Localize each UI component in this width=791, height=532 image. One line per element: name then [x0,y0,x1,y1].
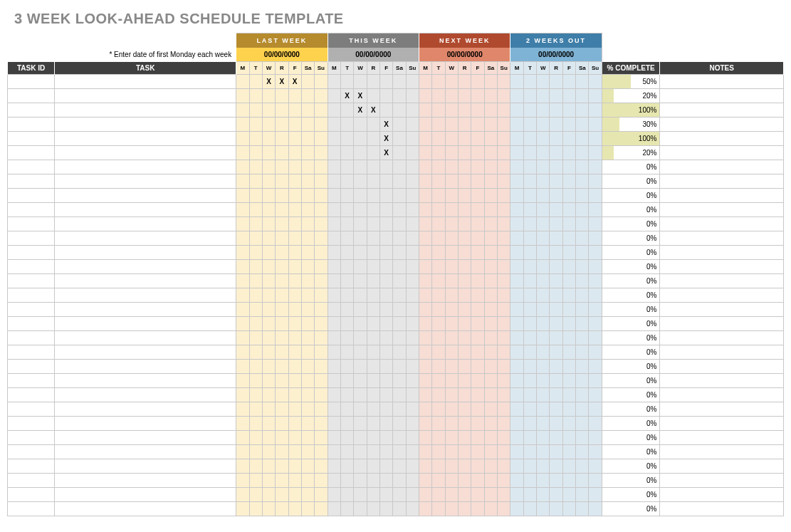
day-cell[interactable] [262,246,275,260]
day-cell[interactable] [406,345,419,360]
day-cell[interactable] [249,132,262,146]
day-cell[interactable] [379,288,392,303]
notes-cell[interactable] [660,360,784,374]
day-cell[interactable] [301,160,314,174]
notes-cell[interactable] [660,203,784,217]
day-cell[interactable] [315,260,328,274]
day-cell[interactable] [276,345,288,360]
day-cell[interactable] [445,345,458,360]
pct-complete-cell[interactable]: 0% [602,274,660,288]
day-cell[interactable] [432,231,445,246]
day-cell[interactable] [236,246,249,260]
day-cell[interactable] [498,474,510,488]
pct-complete-cell[interactable]: 0% [602,288,660,303]
day-cell[interactable] [445,488,458,502]
day-cell[interactable] [471,417,484,431]
notes-cell[interactable] [660,445,784,459]
day-cell[interactable] [367,317,379,331]
day-cell[interactable] [589,203,602,217]
day-cell[interactable] [576,402,589,417]
day-cell[interactable] [262,445,275,459]
day-cell[interactable] [576,331,589,345]
day-cell[interactable] [406,402,419,417]
day-cell[interactable] [379,189,392,203]
day-cell[interactable] [576,203,589,217]
task-name-cell[interactable] [55,345,236,360]
day-cell[interactable] [432,274,445,288]
day-cell[interactable] [550,160,562,174]
day-cell[interactable] [354,317,367,331]
day-cell[interactable] [550,217,562,231]
day-cell[interactable] [537,132,550,146]
day-cell[interactable] [576,189,589,203]
day-cell[interactable] [432,288,445,303]
pct-complete-cell[interactable]: 0% [602,231,660,246]
day-cell[interactable] [276,502,288,516]
day-cell[interactable] [537,174,550,189]
day-cell[interactable] [315,75,328,89]
day-cell[interactable] [315,402,328,417]
day-cell[interactable] [589,402,602,417]
day-cell[interactable] [315,288,328,303]
notes-cell[interactable] [660,431,784,445]
day-cell[interactable] [379,502,392,516]
day-cell[interactable] [393,474,406,488]
day-cell[interactable] [288,431,301,445]
day-cell[interactable] [406,189,419,203]
day-cell[interactable] [537,89,550,103]
day-cell[interactable] [550,274,562,288]
day-cell[interactable] [498,459,510,474]
day-cell[interactable] [432,374,445,388]
day-cell[interactable] [576,374,589,388]
day-cell[interactable] [301,502,314,516]
task-name-cell[interactable] [55,231,236,246]
task-name-cell[interactable] [55,303,236,317]
day-cell[interactable] [523,345,536,360]
day-cell[interactable] [576,260,589,274]
day-cell[interactable] [471,402,484,417]
day-cell[interactable] [589,502,602,516]
day-cell[interactable] [354,374,367,388]
day-cell[interactable] [340,274,353,288]
day-cell[interactable] [459,132,471,146]
day-cell[interactable] [484,75,497,89]
notes-cell[interactable] [660,388,784,402]
day-cell[interactable] [498,189,510,203]
day-cell[interactable] [236,417,249,431]
day-cell[interactable] [510,246,523,260]
day-cell[interactable] [262,345,275,360]
day-cell[interactable] [562,231,575,246]
day-cell[interactable] [328,160,340,174]
task-id-cell[interactable] [8,189,55,203]
day-cell[interactable] [471,345,484,360]
notes-cell[interactable] [660,103,784,118]
day-cell[interactable] [236,118,249,132]
day-cell[interactable] [288,288,301,303]
day-cell[interactable] [393,345,406,360]
pct-complete-cell[interactable]: 0% [602,402,660,417]
day-cell[interactable] [276,445,288,459]
day-cell[interactable] [510,189,523,203]
day-cell[interactable] [340,132,353,146]
day-cell[interactable] [510,474,523,488]
day-cell[interactable] [367,445,379,459]
day-cell[interactable] [236,274,249,288]
day-cell[interactable] [523,203,536,217]
day-cell[interactable] [498,303,510,317]
day-cell[interactable] [406,303,419,317]
day-cell[interactable] [484,89,497,103]
day-cell[interactable] [432,203,445,217]
day-cell[interactable] [537,274,550,288]
day-cell[interactable] [276,402,288,417]
day-cell[interactable] [288,146,301,160]
day-cell[interactable] [498,174,510,189]
pct-complete-cell[interactable]: 0% [602,246,660,260]
day-cell[interactable] [498,288,510,303]
day-cell[interactable] [459,331,471,345]
day-cell[interactable] [445,417,458,431]
day-cell[interactable] [262,132,275,146]
day-cell[interactable] [537,345,550,360]
day-cell[interactable] [406,231,419,246]
day-cell[interactable] [550,488,562,502]
day-cell[interactable] [354,303,367,317]
